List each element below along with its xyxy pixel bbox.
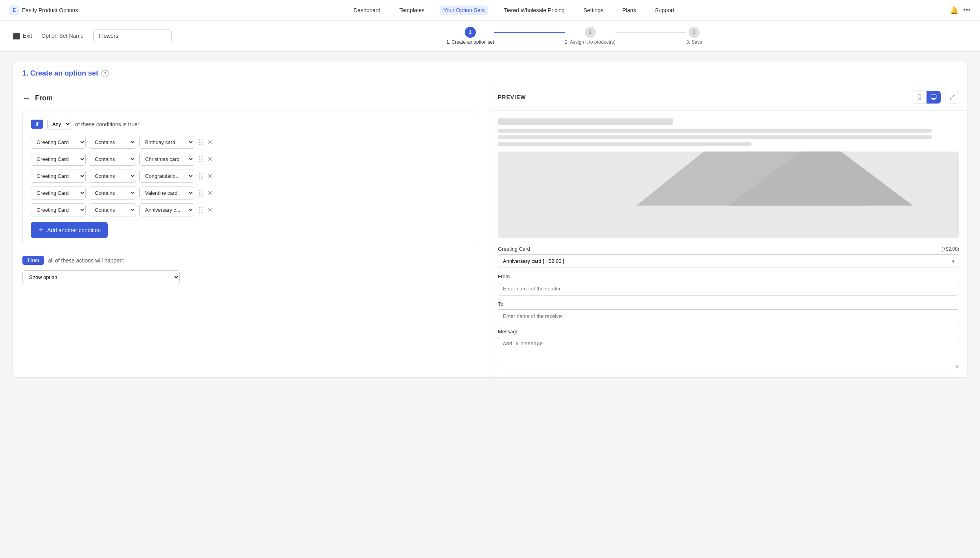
greeting-card-select[interactable]: Anniversary card [ +$2.00 ] Birthday car…: [498, 254, 959, 268]
drag-handle-2[interactable]: [199, 156, 203, 162]
to-input[interactable]: [498, 309, 959, 323]
app-name: Easify Product Options: [22, 7, 78, 13]
main-content: 1. Create an option set ? ← From If Any: [0, 52, 980, 387]
more-options-icon[interactable]: •••: [963, 6, 971, 14]
nav-your-option-sets[interactable]: Your Option Sets: [440, 6, 488, 15]
condition-header: If Any of these conditions is true:: [31, 119, 472, 129]
then-text: all of these actions will happen:: [48, 257, 124, 264]
option-set-label: Option Set Name: [41, 33, 83, 39]
table-row: Greeting Card Contains Birthday card: [31, 136, 472, 149]
then-header: Then all of these actions will happen:: [22, 256, 480, 265]
remove-condition-4[interactable]: ✕: [206, 188, 214, 198]
greeting-card-label-row: Greeting Card (+$2.00): [498, 246, 959, 252]
nav-plans[interactable]: Plans: [619, 6, 639, 15]
progress-steps: 1 1. Create an option set 2 2. Assign it…: [181, 27, 967, 45]
step-1-circle: 1: [465, 27, 476, 38]
preview-title: PREVIEW: [498, 94, 526, 100]
app-branding: E Easify Product Options: [9, 6, 78, 15]
condition-val-select-3[interactable]: Congratulatio...: [139, 170, 194, 183]
greeting-card-label: Greeting Card: [498, 246, 530, 252]
nav-support[interactable]: Support: [652, 6, 677, 15]
message-textarea[interactable]: [498, 337, 959, 368]
then-section: Then all of these actions will happen: S…: [22, 256, 480, 284]
option-set-name-input[interactable]: [93, 30, 172, 42]
drag-handle-1[interactable]: [199, 139, 203, 145]
step-1-label: 1. Create an option set: [446, 39, 494, 45]
expand-button[interactable]: [945, 91, 959, 103]
step-2-circle: 2: [585, 27, 596, 38]
condition-val-select-1[interactable]: Birthday card: [139, 136, 194, 149]
nav-templates[interactable]: Templates: [396, 6, 428, 15]
section-title-text: 1. Create an option set: [22, 69, 98, 78]
message-label: Message: [498, 329, 959, 334]
message-field: Message: [498, 329, 959, 370]
remove-condition-5[interactable]: ✕: [206, 205, 214, 214]
drag-handle-5[interactable]: [199, 207, 203, 213]
svg-line-6: [950, 98, 952, 99]
desktop-view-button[interactable]: [927, 91, 941, 103]
to-label: To: [498, 301, 959, 307]
view-toggle: [912, 91, 941, 104]
skeleton-line-1: [498, 129, 932, 133]
condition-type-select-4[interactable]: Greeting Card: [31, 187, 86, 200]
panel-title: From: [35, 94, 53, 102]
step-line-1-2: [494, 32, 565, 33]
plus-icon: ＋: [38, 226, 44, 234]
condition-op-select-4[interactable]: Contains: [89, 187, 136, 200]
product-image-placeholder: [498, 152, 959, 238]
condition-type-select-1[interactable]: Greeting Card: [31, 136, 86, 149]
section-title: 1. Create an option set ?: [13, 61, 967, 84]
help-icon[interactable]: ?: [101, 70, 109, 77]
step-1: 1 1. Create an option set: [446, 27, 494, 45]
remove-condition-2[interactable]: ✕: [206, 155, 214, 164]
nav-tiered-wholesale[interactable]: Tiered Wholesale Pricing: [501, 6, 568, 15]
drag-handle-4[interactable]: [199, 190, 203, 196]
top-bar: E Easify Product Options Dashboard Templ…: [0, 0, 980, 20]
main-nav: Dashboard Templates Your Option Sets Tie…: [350, 6, 677, 15]
condition-type-select-2[interactable]: Greeting Card: [31, 153, 86, 166]
condition-type-select-3[interactable]: Greeting Card: [31, 170, 86, 183]
step-3-label: 3. Save: [686, 39, 702, 45]
condition-val-select-4[interactable]: Valentine card: [139, 187, 194, 200]
any-select[interactable]: Any: [47, 119, 71, 129]
condition-val-select-5[interactable]: Anniversary c...: [139, 203, 194, 216]
skeleton-line-3: [498, 142, 752, 146]
nav-settings[interactable]: Settings: [580, 6, 607, 15]
action-select[interactable]: Show option Hide option: [22, 270, 180, 284]
condition-op-select-1[interactable]: Contains: [89, 136, 136, 149]
drag-handle-3[interactable]: [199, 173, 203, 179]
table-row: Greeting Card Contains Anniversary c...: [31, 203, 472, 216]
exit-button[interactable]: ⬛ Exit: [13, 32, 32, 40]
condition-op-select-2[interactable]: Contains: [89, 153, 136, 166]
from-field: From: [498, 273, 959, 296]
from-label: From: [498, 273, 959, 279]
top-bar-right: 🔔 •••: [950, 6, 971, 15]
condition-type-select-5[interactable]: Greeting Card: [31, 203, 86, 216]
nav-dashboard[interactable]: Dashboard: [350, 6, 384, 15]
notification-icon[interactable]: 🔔: [950, 6, 958, 15]
step-3: 3 3. Save: [686, 27, 702, 45]
condition-val-select-2[interactable]: Christmas card: [139, 153, 194, 166]
skeleton-title: [498, 118, 673, 125]
remove-condition-1[interactable]: ✕: [206, 138, 214, 147]
price-badge: (+$2.00): [941, 246, 959, 252]
app-icon: E: [9, 6, 19, 15]
if-badge: If: [31, 120, 43, 129]
section-card: 1. Create an option set ? ← From If Any: [13, 61, 967, 378]
add-condition-button[interactable]: ＋ Add another condition: [31, 222, 108, 238]
panel-header: ← From: [22, 94, 480, 103]
from-input[interactable]: [498, 282, 959, 296]
step-3-circle: 3: [689, 27, 700, 38]
condition-op-select-5[interactable]: Contains: [89, 203, 136, 216]
back-arrow-icon[interactable]: ←: [22, 94, 30, 103]
step-2: 2 2. Assign it to product(s): [565, 27, 615, 45]
skeleton-line-2: [498, 135, 932, 139]
remove-condition-3[interactable]: ✕: [206, 172, 214, 181]
step-2-label: 2. Assign it to product(s): [565, 39, 615, 45]
condition-rows: Greeting Card Contains Birthday card: [31, 136, 472, 216]
table-row: Greeting Card Contains Christmas card: [31, 153, 472, 166]
greeting-card-field: Greeting Card (+$2.00) Anniversary card …: [498, 246, 959, 268]
greeting-card-select-wrapper: Anniversary card [ +$2.00 ] Birthday car…: [498, 254, 959, 268]
mobile-view-button[interactable]: [912, 91, 927, 103]
condition-op-select-3[interactable]: Contains: [89, 170, 136, 183]
